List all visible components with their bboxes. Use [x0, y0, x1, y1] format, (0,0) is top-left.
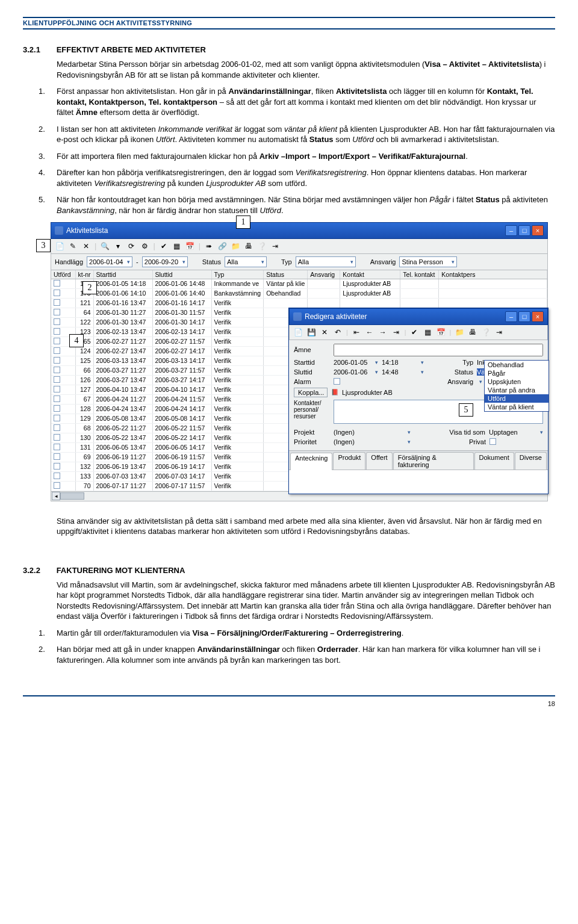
popup-minimize-button[interactable]: –	[505, 311, 517, 322]
status-label: Status	[202, 258, 221, 265]
link-icon[interactable]: 🔗	[217, 241, 227, 251]
delete-icon[interactable]: ✕	[81, 241, 91, 251]
start-time[interactable]: 14:18	[382, 359, 424, 366]
window-titlebar[interactable]: Aktivitetslista – □ ×	[51, 222, 548, 239]
tab-forsaljning[interactable]: Försäljning & fakturering	[393, 452, 474, 470]
cal-icon[interactable]: 📅	[185, 241, 195, 251]
popup-folder-icon[interactable]: 📁	[455, 327, 464, 337]
maximize-button[interactable]: □	[518, 225, 530, 236]
section-intro-2: Vid månadsavslut vill Martin, som är avd…	[57, 580, 555, 622]
amne-input[interactable]	[334, 344, 543, 356]
typ-select[interactable]: Alla	[296, 256, 356, 267]
grid-header-row: Utförd kt-nr Starttid Sluttid Typ Status…	[51, 270, 547, 279]
status-option[interactable]: Pågår	[485, 369, 548, 377]
edit-icon[interactable]: ✎	[68, 241, 78, 251]
section-title: EFFEKTIVT ARBETE MED AKTIVITETER	[57, 45, 206, 54]
popup-delete-icon[interactable]: ✕	[320, 327, 329, 337]
help-icon[interactable]: ❔	[257, 241, 267, 251]
folder-icon[interactable]: 📁	[231, 241, 240, 251]
popup-first-icon[interactable]: ⇤	[352, 327, 361, 337]
col-ansvarig: Ansvarig	[308, 270, 340, 279]
col-ktnr: kt-nr	[75, 270, 93, 279]
page-number: 18	[548, 700, 555, 707]
popup-exit-icon[interactable]: ⇥	[494, 327, 504, 337]
page-header: KLIENTUPPFÖLJNING OCH AKTIVITETSSTYRNING	[23, 17, 555, 29]
popup-titlebar[interactable]: Redigera aktiviteter – □ ×	[289, 308, 548, 325]
status-option[interactable]: Väntar på klient	[485, 403, 548, 411]
status-option[interactable]: Väntar på andra	[485, 386, 548, 394]
popup-next-icon[interactable]: →	[378, 327, 388, 337]
start-date[interactable]: 2006-01-05	[334, 359, 378, 366]
tab-anteckning[interactable]: Anteckning	[290, 453, 332, 470]
alarm-label: Alarm	[294, 378, 330, 385]
toolbar: 📄 ✎ ✕ | 🔍 ▾ ⟳ ⚙ | ✔ ▦ 📅 | ➠ 🔗 📁 🖶 ❔ ⇥	[51, 239, 548, 254]
print-icon[interactable]: 🖶	[244, 241, 253, 251]
status-option[interactable]: Uppskjuten	[485, 377, 548, 386]
projekt-select[interactable]: (Ingen)	[334, 429, 411, 436]
status-dropdown-list[interactable]: Obehandlad Pågår Uppskjuten Väntar på an…	[484, 360, 549, 412]
col-starttid: Starttid	[93, 270, 152, 279]
popup-table-icon[interactable]: ▦	[423, 327, 432, 337]
steps-list-2: Martin går till order/fakturamodulen via…	[39, 628, 555, 666]
step-4: Därefter kan hon påbörja verifikatsregis…	[39, 167, 555, 188]
popup-print-icon[interactable]: 🖶	[468, 327, 477, 337]
alarm-checkbox[interactable]	[334, 378, 340, 385]
page-footer: 18	[23, 695, 555, 707]
refresh-icon[interactable]: ⟳	[126, 241, 136, 251]
popup-prev-icon[interactable]: ←	[365, 327, 374, 337]
ansvarig-label2: Ansvarig	[447, 378, 473, 385]
status-option[interactable]: Obehandlad	[485, 361, 548, 369]
filter-icon[interactable]: ▾	[113, 241, 123, 251]
popup-last-icon[interactable]: ⇥	[391, 327, 401, 337]
koppla-button[interactable]: Koppla...	[294, 388, 328, 397]
popup-close-button[interactable]: ×	[532, 311, 544, 322]
close-button[interactable]: ×	[532, 225, 544, 236]
activity-grid[interactable]: 2 4 Utförd kt-nr Starttid Sluttid Typ St…	[51, 270, 548, 501]
scroll-thumb[interactable]	[60, 492, 84, 500]
settings-icon[interactable]: ⚙	[140, 241, 149, 251]
step-2: I listan ser hon att aktiviteten Inkomma…	[39, 124, 555, 145]
tab-dokument[interactable]: Dokument	[474, 452, 514, 470]
privat-checkbox[interactable]	[489, 438, 496, 445]
tab-diverse[interactable]: Diverse	[515, 452, 547, 470]
popup-maximize-button[interactable]: □	[518, 311, 530, 322]
visatid-select[interactable]: Upptagen	[489, 429, 543, 436]
status-select[interactable]: Alla	[225, 256, 267, 267]
new-icon[interactable]: 📄	[55, 241, 64, 251]
status-label2: Status	[455, 368, 473, 376]
callout-5: 5	[459, 403, 473, 417]
search-icon[interactable]: 🔍	[100, 241, 110, 251]
kontakter-label: Kontakter/ personal/ resurser	[294, 400, 330, 420]
forward-icon[interactable]: ➠	[204, 241, 214, 251]
popup-cal-icon[interactable]: 📅	[436, 327, 446, 337]
col-sluttid: Sluttid	[152, 270, 211, 279]
table-row[interactable]: 1752006-01-05 14:182006-01-06 14:48Inkom…	[51, 279, 547, 288]
table-icon[interactable]: ▦	[172, 241, 182, 251]
scroll-left-icon[interactable]: ◂	[52, 492, 60, 500]
exit-icon[interactable]: ⇥	[270, 241, 280, 251]
date-from[interactable]: 2006-01-04	[87, 256, 132, 267]
tab-produkt[interactable]: Produkt	[333, 452, 365, 470]
table-row[interactable]: 1212006-01-16 13:472006-01-16 14:17Verif…	[51, 298, 547, 308]
slut-date[interactable]: 2006-01-06	[334, 368, 378, 376]
ansvarig-select[interactable]: Stina Persson	[399, 256, 457, 267]
prioritet-select[interactable]: (Ingen)	[334, 438, 411, 445]
popup-help-icon[interactable]: ❔	[481, 327, 491, 337]
popup-new-icon[interactable]: 📄	[293, 327, 303, 337]
popup-done-icon[interactable]: ✔	[409, 327, 419, 337]
ansvarig-label: Ansvarig	[370, 258, 396, 265]
edit-activity-popup: Redigera aktiviteter – □ × 📄 💾 ✕ ↶ | ⇤ ←…	[288, 308, 548, 494]
popup-undo-icon[interactable]: ↶	[333, 327, 343, 337]
popup-window-icon	[293, 312, 302, 321]
status-option-selected[interactable]: Utförd	[485, 394, 548, 403]
table-row[interactable]: 1732006-01-06 14:102006-01-06 14:40Banka…	[51, 288, 547, 298]
slut-time[interactable]: 14:48	[382, 368, 424, 376]
done-icon[interactable]: ✔	[159, 241, 169, 251]
tab-offert[interactable]: Offert	[366, 452, 392, 470]
typ-label: Typ	[281, 258, 292, 265]
popup-save-icon[interactable]: 💾	[306, 327, 316, 337]
step-1: Först anpassar hon aktivitetslistan. Hon…	[39, 86, 555, 118]
popup-toolbar: 📄 💾 ✕ ↶ | ⇤ ← → ⇥ | ✔ ▦ 📅 | 📁 🖶 ❔ ⇥	[289, 325, 548, 340]
date-to[interactable]: 2006-09-20	[142, 256, 188, 267]
minimize-button[interactable]: –	[505, 225, 517, 236]
